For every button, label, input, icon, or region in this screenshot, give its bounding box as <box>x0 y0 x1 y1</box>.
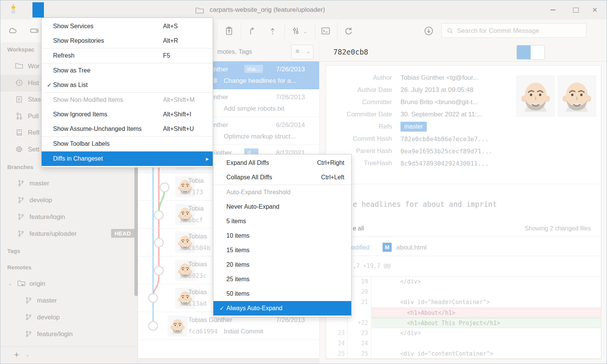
fetch-icon[interactable] <box>423 26 434 36</box>
sidebar-scrollbar[interactable] <box>134 167 138 296</box>
add-repo-button[interactable]: + <box>14 350 19 360</box>
view-menu-item[interactable]: Show as Tree <box>42 63 213 78</box>
diff-row: 19 19 </div> <box>326 277 601 287</box>
submenu-item[interactable]: Expand All Diffs Ctrl+Right <box>213 156 351 170</box>
remote-branch-item[interactable]: master <box>0 292 138 309</box>
merge-icon[interactable] <box>247 26 257 36</box>
submenu-item[interactable]: Auto-Expand Threshold <box>213 185 351 200</box>
reflog-icon <box>15 128 23 137</box>
diff-row: <h1>About</h1> <box>326 308 601 318</box>
view-menu-item[interactable]: ✓ Show as List <box>42 78 213 93</box>
shortcut-label: F5 <box>163 52 170 59</box>
commit-author: Tobias <box>188 233 207 240</box>
code-line <box>371 287 601 297</box>
commit-field-row: Committer Date 30. September 2022 at 11:… <box>329 108 596 121</box>
hunk-header: ,7 +19,7 @@ <box>353 263 391 269</box>
submenu-item[interactable]: Collapse All Diffs Ctrl+Left <box>213 170 351 185</box>
search-icon <box>446 27 454 35</box>
remote-branch-item[interactable]: feature/login <box>0 326 138 343</box>
detail-header: 782e0cb8 <box>320 42 607 61</box>
maximize-button[interactable] <box>567 0 584 19</box>
remote-origin[interactable]: ⌄ origin <box>0 275 138 292</box>
history-options-icon[interactable] <box>291 26 301 36</box>
diff-row: 23 23 </div> <box>326 328 601 338</box>
diff-row: 25 25 <div id="contentContainer"> <box>326 349 601 359</box>
refresh-icon[interactable] <box>343 26 354 36</box>
app-window: carparts-website_orig (feature/uploader)… <box>0 0 607 364</box>
collapse-all-link[interactable]: e all <box>353 225 364 232</box>
check-icon: ✓ <box>45 82 53 89</box>
field-label: Commit Hash <box>329 135 400 143</box>
submenu-item[interactable]: Never Auto-Expand <box>213 200 351 214</box>
view-menu-item[interactable]: Show Assume-Unchanged Items Alt+Shift+U <box>42 122 213 137</box>
detail-tab[interactable] <box>517 45 531 59</box>
changed-file-row[interactable]: modified M about.html <box>326 240 601 256</box>
branch-item[interactable]: feature/login <box>0 209 138 225</box>
close-button[interactable]: ✕ <box>586 0 604 19</box>
commit-hash: 0023c <box>188 272 207 279</box>
pull-request-icon <box>15 112 23 120</box>
minimize-button[interactable] <box>544 0 562 19</box>
new-line-number: 24 <box>348 338 371 349</box>
push-icon[interactable] <box>267 26 278 36</box>
commit-date: 6/26/2014 <box>276 121 305 129</box>
field-value: Tobias Günther <tg@four... <box>400 74 478 82</box>
view-menu-item[interactable]: Show Ignored Items Alt+Shift+I <box>42 107 213 122</box>
branch-item[interactable]: develop <box>0 192 138 209</box>
submenu-item[interactable]: 25 items <box>213 272 351 287</box>
commit-field-row: Author Tobias Günther <tg@four... <box>329 72 596 84</box>
menubar-item[interactable] <box>21 2 32 18</box>
remote-folder-icon <box>17 279 26 287</box>
commit-list-footer <box>138 358 319 364</box>
commit-hash: fcd61994 <box>188 328 218 335</box>
commit-detail-panel: 782e0cb8 Author Tobias Günther <tg@four.… <box>320 42 607 364</box>
tags-header[interactable]: Tags <box>7 248 20 254</box>
view-menu-item[interactable]: Show Repositories Alt+R <box>42 34 213 48</box>
terminal-icon[interactable] <box>320 26 331 36</box>
history-icon <box>15 79 23 87</box>
cloud-icon[interactable] <box>8 26 18 35</box>
branch-item[interactable]: feature/uploader HEAD <box>0 225 138 242</box>
view-menu-item[interactable]: Show Toolbar Labels <box>42 137 213 151</box>
submenu-item[interactable]: 50 items <box>213 287 351 301</box>
commit-short-hash: 782e0cb8 <box>333 42 368 61</box>
view-menu-item[interactable]: Diffs in Changeset ▶ <box>42 151 213 166</box>
field-label: Committer Date <box>329 111 400 118</box>
view-menu-item[interactable]: Refresh F5 <box>42 48 213 63</box>
remotes-header[interactable]: Remotes <box>7 264 31 271</box>
detail-tab[interactable] <box>531 45 544 59</box>
shortcut-label: Alt+S <box>163 23 178 30</box>
remote-branch-item[interactable]: develop <box>0 309 138 326</box>
view-menu-item[interactable]: Show Non-Modified Items Alt+Shift+M <box>42 93 213 107</box>
diff-row: 24 24 <box>326 338 601 349</box>
menubar-item[interactable] <box>55 2 67 18</box>
view-menu-item[interactable]: Show Services Alt+S <box>42 19 213 34</box>
menubar-item[interactable] <box>32 2 44 18</box>
menubar-item[interactable] <box>67 2 78 18</box>
field-value: 26. July 2013 at 09:05:48 <box>400 86 473 94</box>
submenu-item[interactable]: 20 items <box>213 258 351 272</box>
submenu-item[interactable]: 10 items <box>213 229 351 243</box>
old-line-number: 25 <box>326 349 348 359</box>
search-input[interactable] <box>456 24 584 38</box>
repo-folder-icon <box>195 6 204 14</box>
branch-icon <box>17 196 25 204</box>
diff-table: 19 19 </div> 20 20 21 21 <div id="header… <box>326 276 601 359</box>
submenu-item[interactable]: ✓ Always Auto-Expand <box>213 301 351 316</box>
branch-item[interactable]: master <box>0 175 138 192</box>
commit-search[interactable] <box>441 23 586 38</box>
divider <box>326 256 601 256</box>
chevron-down-icon[interactable]: ⌄ <box>8 280 12 286</box>
filter-button[interactable]: ≡ ⌄ <box>291 45 313 59</box>
submenu-item[interactable]: 15 items <box>213 243 351 258</box>
commit-field-row: Committer Bruno Brito <bruno@git-t... <box>329 96 596 108</box>
chevron-down-icon[interactable]: ⌄ <box>26 352 29 358</box>
commit-hash: 113ad <box>188 300 207 307</box>
submenu-item[interactable]: 5 items <box>213 214 351 229</box>
chevron-down-icon[interactable]: ⌄ <box>303 29 307 34</box>
menubar-item[interactable] <box>44 2 55 18</box>
drive-icon[interactable] <box>29 26 39 35</box>
commit-author: Tobia <box>188 177 204 185</box>
stash-apply-icon[interactable] <box>224 26 234 36</box>
shortcut-label: Alt+R <box>163 37 178 44</box>
